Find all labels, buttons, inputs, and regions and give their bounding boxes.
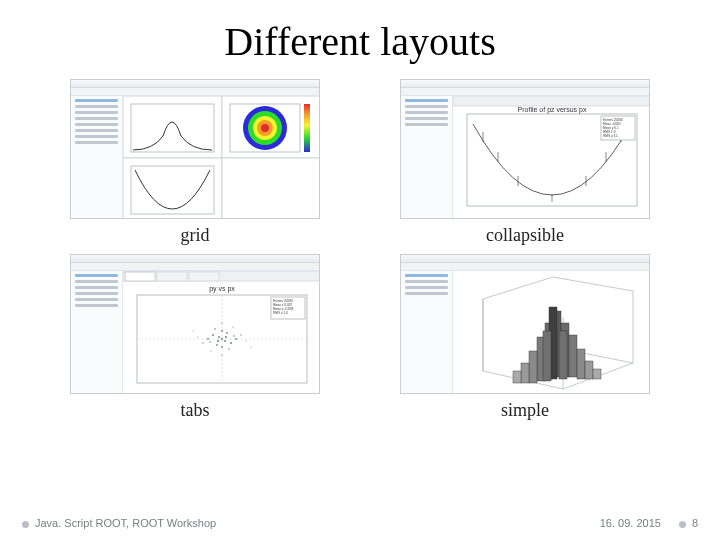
svg-point-46 — [202, 342, 203, 343]
caption-grid: grid — [181, 225, 210, 246]
slide: Different layouts — [0, 0, 720, 540]
bullet-icon — [22, 521, 29, 528]
svg-rect-2 — [123, 158, 222, 219]
svg-point-10 — [261, 124, 269, 132]
thumb-simple — [400, 254, 650, 394]
svg-text:RMS x  1.0: RMS x 1.0 — [273, 311, 288, 315]
svg-point-54 — [193, 331, 194, 332]
layout-grid: grid Profile of pz versus px — [0, 65, 720, 421]
svg-point-45 — [228, 348, 230, 350]
svg-text:RMS y  3.1: RMS y 3.1 — [603, 134, 618, 138]
svg-rect-79 — [577, 349, 585, 379]
svg-rect-13 — [453, 96, 650, 106]
footer-date: 16. 09. 2015 — [600, 517, 661, 529]
svg-point-57 — [224, 340, 226, 342]
svg-point-36 — [217, 340, 219, 342]
svg-rect-77 — [569, 335, 577, 377]
svg-point-51 — [245, 340, 246, 341]
svg-point-37 — [225, 336, 227, 338]
svg-point-50 — [197, 336, 198, 337]
caption-collapsible: collapsible — [486, 225, 564, 246]
simple-svg — [453, 271, 650, 394]
svg-point-39 — [230, 342, 232, 344]
caption-tabs: tabs — [181, 400, 210, 421]
bullet-icon — [679, 521, 686, 528]
svg-rect-83 — [593, 369, 601, 379]
thumb-tabs: py vs px — [70, 254, 320, 394]
svg-rect-30 — [125, 272, 155, 281]
footer-page: 8 — [692, 517, 698, 529]
thumb-grid — [70, 79, 320, 219]
svg-point-56 — [218, 336, 220, 338]
svg-rect-82 — [513, 371, 521, 383]
svg-point-47 — [240, 334, 241, 335]
footer: Java. Script ROOT, ROOT Workshop 16. 09.… — [0, 514, 720, 532]
svg-rect-3 — [222, 158, 320, 219]
page-title: Different layouts — [0, 0, 720, 65]
svg-point-44 — [214, 328, 216, 330]
svg-rect-81 — [585, 361, 593, 379]
thumb-collapsible: Profile of pz versus px — [400, 79, 650, 219]
svg-point-55 — [251, 347, 252, 348]
svg-rect-80 — [521, 363, 529, 383]
svg-point-52 — [210, 350, 211, 351]
svg-text:py vs px: py vs px — [209, 285, 235, 293]
svg-text:Profile of pz versus px: Profile of pz versus px — [518, 106, 587, 114]
svg-point-53 — [232, 326, 233, 327]
svg-rect-84 — [543, 331, 551, 381]
svg-rect-11 — [304, 104, 310, 152]
svg-point-60 — [209, 341, 211, 343]
svg-point-42 — [207, 338, 209, 340]
svg-point-38 — [212, 334, 214, 336]
svg-point-58 — [216, 344, 218, 346]
svg-rect-31 — [157, 272, 187, 281]
footer-left: Java. Script ROOT, ROOT Workshop — [35, 517, 216, 529]
cell-collapsible: Profile of pz versus px — [390, 79, 660, 246]
grid-svg — [123, 96, 320, 219]
cell-tabs: py vs px — [60, 254, 330, 421]
svg-rect-32 — [189, 272, 219, 281]
collapsible-svg: Profile of pz versus px — [453, 96, 650, 219]
svg-point-43 — [235, 338, 237, 340]
cell-grid: grid — [60, 79, 330, 246]
tabs-svg: py vs px — [123, 271, 320, 394]
svg-rect-0 — [123, 96, 222, 158]
svg-point-61 — [233, 335, 235, 337]
svg-rect-85 — [559, 331, 567, 379]
caption-simple: simple — [501, 400, 549, 421]
cell-simple: simple — [390, 254, 660, 421]
svg-point-59 — [226, 332, 228, 334]
svg-rect-78 — [529, 351, 537, 383]
